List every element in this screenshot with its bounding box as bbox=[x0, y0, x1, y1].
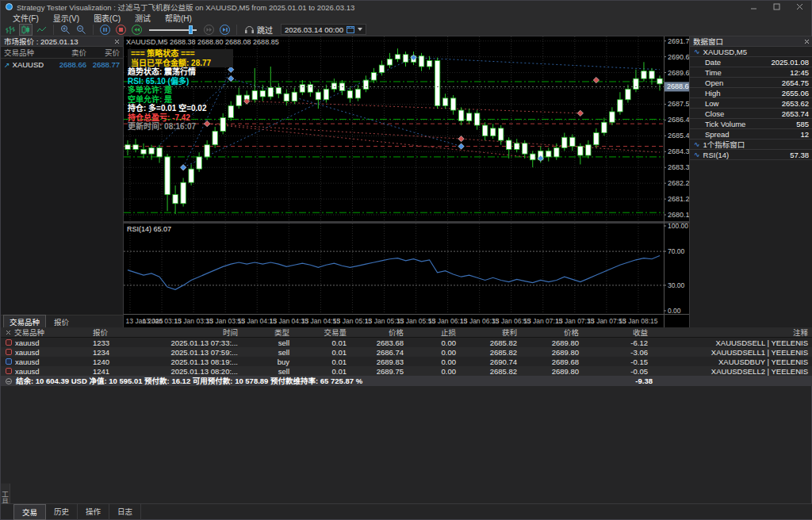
datetime-picker[interactable]: 2026.03.14 00:00 bbox=[281, 24, 366, 35]
data-window-row-low: Low2653.62 bbox=[690, 98, 812, 109]
strategy-status-overlay: === 策略状态 ===当日已平仓金额: 28.77趋势状态: 震荡行情RSI:… bbox=[128, 49, 233, 132]
chevron-down-icon bbox=[358, 28, 362, 31]
bottom-tab-bar: 交易历史操作日志 bbox=[1, 503, 812, 519]
bottom-tab-日志[interactable]: 日志 bbox=[109, 504, 141, 520]
zoom-in-button[interactable] bbox=[59, 24, 72, 36]
status-line-3: RSI: 65.10 (偏多) bbox=[128, 77, 233, 86]
data-window-row-close: Close2653.74 bbox=[690, 109, 812, 119]
balance-line: 结余: 10 604.39 USD 净值: 10 595.01 预付款: 16.… bbox=[16, 376, 362, 386]
trade-row[interactable]: xauusd12412025.01.13 08:20:...sell0.0126… bbox=[1, 366, 812, 376]
data-window-row-high: High2655.06 bbox=[690, 88, 812, 98]
chart-wave-icon: ∿ bbox=[694, 140, 700, 148]
data-window-panel: 数据窗口 ∿XAUUSD,M5Date2025.01.08Time12:45Op… bbox=[689, 36, 812, 327]
data-window-row-rsi: ∿RSI(14)57.38 bbox=[690, 150, 812, 160]
data-window-row-open: Open2654.75 bbox=[690, 78, 812, 88]
menu-view[interactable]: 显示(V) bbox=[46, 12, 86, 24]
svg-text:30.00: 30.00 bbox=[668, 281, 685, 289]
skip-to-end-button[interactable] bbox=[218, 24, 232, 36]
trade-table: 交易品种报价时间类型交易量价格止损获利价格收益注释 xauusd12332025… bbox=[1, 327, 812, 386]
market-watch-tabs: 交易品种 报价 bbox=[1, 315, 123, 327]
svg-text:2688.66: 2688.66 bbox=[667, 82, 689, 90]
menu-help[interactable]: 帮助(H) bbox=[158, 12, 199, 24]
rewind-button[interactable] bbox=[130, 24, 144, 36]
bottom-tab-操作[interactable]: 操作 bbox=[78, 504, 109, 520]
trade-col-7: 获利 bbox=[461, 327, 522, 337]
trade-col-2: 时间 bbox=[140, 327, 243, 337]
collapse-icon[interactable] bbox=[6, 378, 12, 384]
data-window-title: 数据窗口 bbox=[693, 36, 723, 47]
skip-button[interactable]: 跳过 bbox=[242, 24, 275, 36]
market-watch-panel: 市场报价 : 2025.01.13 交易品种 卖价 买价 ↗XAUUSD 268… bbox=[1, 36, 124, 327]
data-window-row-symbol: ∿XAUUSD,M5 bbox=[690, 47, 812, 57]
title-bar: Strategy Tester Visualization : 过滤马丁飞机群公… bbox=[1, 1, 811, 13]
trade-col-1: 报价 bbox=[88, 327, 140, 337]
candlestick-chart-button[interactable] bbox=[19, 24, 33, 36]
slider-handle[interactable] bbox=[189, 25, 193, 34]
bottom-tab-历史[interactable]: 历史 bbox=[46, 504, 78, 520]
sell-order-icon bbox=[6, 349, 12, 355]
speed-slider[interactable] bbox=[149, 25, 197, 35]
svg-text:70.00: 70.00 bbox=[668, 247, 685, 255]
fast-forward-button-disabled[interactable] bbox=[202, 24, 216, 36]
menu-chart[interactable]: 图表(C) bbox=[86, 12, 128, 24]
zoom-out-button[interactable] bbox=[75, 24, 88, 36]
chart-ohlc-title: XAUUSD,M5 2688.38 2688.80 2688.08 2688.8… bbox=[126, 38, 279, 46]
ask-price: 2688.77 bbox=[86, 60, 120, 69]
sell-order-icon bbox=[6, 339, 12, 346]
close-icon[interactable] bbox=[796, 3, 803, 10]
sell-order-icon bbox=[6, 368, 12, 374]
svg-text:2689.60: 2689.60 bbox=[668, 69, 689, 77]
chart-area[interactable]: 13 Jan 202513 Jan 03:1513 Jan 03:3513 Ja… bbox=[124, 36, 689, 327]
trade-col-0: 交易品种 bbox=[1, 327, 88, 337]
data-window-row-time: Time12:45 bbox=[690, 67, 812, 78]
bottom-tab-交易[interactable]: 交易 bbox=[13, 504, 46, 520]
svg-text:2683.30: 2683.30 bbox=[668, 163, 689, 171]
pause-button[interactable] bbox=[98, 24, 112, 36]
stop-button[interactable] bbox=[114, 24, 128, 36]
status-line-4: 多单允许: 是 bbox=[128, 86, 233, 95]
minimize-icon[interactable] bbox=[750, 3, 757, 10]
datetime-value: 2026.03.14 00:00 bbox=[285, 25, 343, 34]
data-window-row-tick-volume: Tick Volume585 bbox=[690, 119, 812, 129]
chart-wave-icon: ∿ bbox=[694, 151, 700, 159]
trade-col-4: 交易量 bbox=[294, 327, 351, 337]
buy-order-icon bbox=[6, 358, 12, 365]
close-icon[interactable] bbox=[804, 39, 810, 44]
svg-text:2682.25: 2682.25 bbox=[668, 179, 689, 187]
calendar-icon bbox=[347, 25, 354, 33]
close-icon[interactable] bbox=[114, 39, 120, 44]
bid-price: 2688.66 bbox=[53, 60, 86, 69]
tab-quotes[interactable]: 报价 bbox=[48, 315, 75, 328]
svg-text:2684.35: 2684.35 bbox=[668, 147, 689, 155]
market-watch-header: 交易品种 卖价 买价 bbox=[1, 47, 123, 59]
trade-row[interactable]: xauusd12342025.01.13 07:59:...sell0.0126… bbox=[1, 347, 812, 357]
tab-symbols[interactable]: 交易品种 bbox=[3, 315, 46, 329]
maximize-icon[interactable] bbox=[773, 3, 780, 10]
trade-table-header: 交易品种报价时间类型交易量价格止损获利价格收益注释 bbox=[1, 327, 812, 338]
status-line-8: 更新时间: 08:16:07 bbox=[128, 122, 233, 132]
trade-row[interactable]: xauusd12332025.01.13 07:33:...sell0.0126… bbox=[1, 338, 812, 347]
data-window-row-date: Date2025.01.08 bbox=[690, 57, 812, 67]
line-chart-button[interactable] bbox=[35, 24, 48, 36]
svg-text:100.00: 100.00 bbox=[668, 222, 688, 230]
menu-file[interactable]: 文件(F) bbox=[6, 12, 46, 24]
bar-chart-button[interactable] bbox=[3, 24, 17, 36]
trade-col-3: 类型 bbox=[243, 327, 294, 337]
status-line-2: 趋势状态: 震荡行情 bbox=[128, 67, 233, 77]
menu-test[interactable]: 测试 bbox=[128, 12, 158, 24]
svg-text:2685.40: 2685.40 bbox=[668, 132, 689, 140]
chart-wave-icon: ∿ bbox=[694, 48, 700, 55]
headphones-icon bbox=[244, 25, 255, 34]
svg-text:2680.15: 2680.15 bbox=[668, 211, 689, 219]
status-line-1: 当日已平仓金额: 28.77 bbox=[128, 59, 233, 68]
menu-bar: 文件(F) 显示(V) 图表(C) 测试 帮助(H) bbox=[1, 13, 811, 23]
strategy-tester-window: Strategy Tester Visualization : 过滤马丁飞机群公… bbox=[0, 0, 812, 520]
total-profit: -9.38 bbox=[635, 376, 653, 386]
svg-text:2690.65: 2690.65 bbox=[668, 53, 689, 61]
close-icon[interactable] bbox=[6, 330, 11, 335]
market-watch-row-xauusd[interactable]: ↗XAUUSD 2688.66 2688.77 bbox=[1, 59, 123, 71]
data-window-row-indicator-section: ∿1个指标窗口 bbox=[690, 140, 812, 150]
trade-col-8: 价格 bbox=[522, 327, 584, 337]
trade-row[interactable]: xauusd12402025.01.13 08:19:...buy0.01268… bbox=[1, 357, 812, 366]
status-line-6: 持仓: 多=0.01 空=0.02 bbox=[128, 104, 233, 113]
